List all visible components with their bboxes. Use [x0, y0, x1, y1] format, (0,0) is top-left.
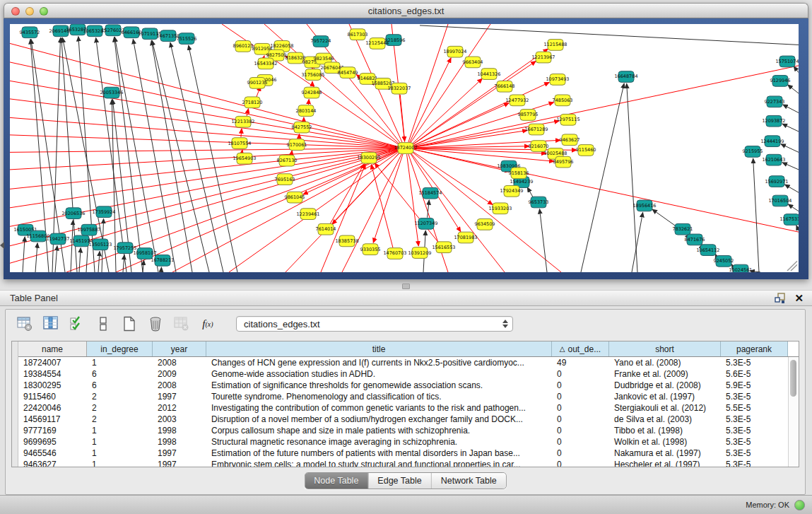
table-row[interactable]: 911546021997Tourette syndrome. Phenomeno…	[18, 391, 799, 402]
graph-edge[interactable]	[400, 95, 404, 141]
graph-node[interactable]: 7515526	[177, 33, 197, 45]
graph-node[interactable]: 16210643	[762, 154, 785, 165]
graph-edge[interactable]	[71, 220, 73, 272]
graph-node[interactable]: 12477932	[505, 95, 529, 106]
graph-edge[interactable]	[413, 103, 509, 146]
table-row[interactable]: 969969511998Structural magnetic resonanc…	[18, 436, 799, 448]
graph-edge[interactable]	[782, 163, 799, 170]
graph-node[interactable]: 9115460	[576, 145, 596, 156]
graph-node[interactable]: 8454749	[338, 67, 358, 78]
graph-node[interactable]: 9129946	[770, 76, 791, 87]
graph-node[interactable]: 8267130	[277, 155, 298, 166]
graph-edge[interactable]	[411, 24, 490, 143]
table-options-icon[interactable]	[16, 315, 34, 333]
vertical-scrollbar[interactable]	[788, 357, 799, 467]
graph-edge[interactable]	[407, 154, 419, 246]
table-row[interactable]: 1830029562008Estimation of significance …	[18, 380, 799, 391]
column-header-name[interactable]: name	[18, 341, 87, 356]
graph-edge[interactable]	[785, 185, 799, 192]
graph-node[interactable]: 9215955	[743, 146, 763, 158]
delete-column-icon[interactable]	[146, 315, 165, 333]
graph-node[interactable]: 7614014	[316, 223, 336, 235]
graph-node[interactable]: 9242848	[302, 87, 322, 98]
graph-node[interactable]: 7957224	[311, 36, 331, 47]
close-window-icon[interactable]	[11, 7, 20, 16]
graph-node[interactable]: 15616553	[432, 242, 455, 253]
graph-edge[interactable]	[371, 165, 393, 247]
graph-edge[interactable]	[10, 150, 397, 246]
graph-node[interactable]: 8427552	[292, 122, 312, 133]
graph-node[interactable]: 12213382	[231, 116, 254, 127]
network-graph[interactable]: 9435572206914061653287110653287152760216…	[10, 24, 799, 272]
graph-edge[interactable]	[123, 255, 124, 272]
graph-node[interactable]: 11675333	[779, 214, 799, 226]
table-row[interactable]: 2242004622012Investigating the contribut…	[18, 402, 799, 414]
graph-edge[interactable]	[309, 99, 310, 105]
graph-node[interactable]: 12093872	[762, 115, 785, 127]
table-row[interactable]: 977716911998Corpus callosum shape and si…	[18, 425, 799, 436]
graph-node[interactable]: 19654903	[233, 153, 256, 164]
graph-edge[interactable]	[753, 158, 759, 272]
graph-node[interactable]: 9634509	[475, 219, 495, 230]
graph-node[interactable]: 10975887	[77, 224, 100, 235]
graph-edge[interactable]	[35, 243, 37, 272]
graph-edge[interactable]	[652, 209, 676, 226]
delete-table-icon[interactable]	[172, 315, 191, 333]
graph-node[interactable]: 18997024	[443, 46, 466, 57]
graph-node[interactable]: 9158136	[509, 168, 529, 179]
column-header-short[interactable]: short	[609, 341, 721, 356]
graph-edge[interactable]	[788, 85, 799, 93]
graph-node[interactable]: 9463627	[560, 134, 580, 146]
graph-node[interactable]: 8495796	[553, 156, 574, 168]
graph-edge[interactable]	[170, 42, 223, 272]
new-column-icon[interactable]	[120, 315, 139, 333]
resize-grip-icon[interactable]	[787, 261, 797, 271]
graph-node[interactable]: 2803144	[296, 105, 317, 117]
graph-node[interactable]: 9435572	[20, 27, 40, 38]
window-titlebar[interactable]: citations_edges.txt	[4, 3, 808, 18]
graph-node[interactable]: 9653733	[529, 197, 549, 208]
graph-node[interactable]: 20206536	[61, 208, 85, 219]
graph-edge[interactable]	[98, 252, 100, 272]
float-panel-icon[interactable]	[775, 293, 786, 304]
tab-edge-table[interactable]: Edge Table	[368, 473, 431, 489]
minimize-window-icon[interactable]	[25, 7, 34, 16]
graph-edge[interactable]	[414, 66, 799, 147]
tab-node-table[interactable]: Node Table	[305, 473, 368, 489]
graph-node[interactable]: 2718120	[242, 97, 263, 108]
select-columns-icon[interactable]	[68, 315, 86, 333]
graph-edge[interactable]	[527, 187, 533, 197]
table-selector-dropdown[interactable]: citations_edges.txt	[236, 316, 513, 332]
graph-node[interactable]: 7666148	[495, 81, 515, 92]
graph-node[interactable]: 14760703	[383, 248, 406, 259]
graph-edge[interactable]	[10, 43, 397, 146]
column-visibility-icon[interactable]	[42, 315, 60, 333]
network-canvas[interactable]: 9435572206914061653287110653287152760216…	[10, 24, 799, 272]
graph-edge[interactable]	[242, 150, 242, 153]
graph-edge[interactable]	[781, 144, 799, 153]
graph-node[interactable]: 7695163	[275, 174, 295, 185]
graph-node[interactable]: 7832621	[673, 223, 693, 235]
graph-node[interactable]: 10973493	[546, 74, 569, 86]
table-row[interactable]: 1938455462009Genome-wide association stu…	[18, 368, 799, 380]
graph-node[interactable]: 31756085	[301, 69, 324, 81]
graph-edge[interactable]	[796, 226, 799, 230]
table-row[interactable]: 1456911722003Disruption of a novel membe…	[18, 414, 799, 425]
graph-edge[interactable]	[794, 66, 799, 73]
function-builder-icon[interactable]: f(x)	[199, 315, 217, 333]
graph-edge[interactable]	[66, 151, 398, 272]
graph-node[interactable]: 15692971	[765, 176, 788, 187]
graph-edge[interactable]	[409, 58, 451, 143]
graph-edge[interactable]	[114, 37, 158, 272]
graph-edge[interactable]	[189, 45, 237, 272]
graph-edge[interactable]	[10, 150, 397, 263]
graph-node[interactable]: 10391209	[408, 247, 431, 259]
graph-edge[interactable]	[782, 124, 799, 132]
zoom-window-icon[interactable]	[40, 7, 48, 16]
table-row[interactable]: 946362711997Embryonic stem cells: a mode…	[18, 459, 799, 467]
graph-node[interactable]: 11215488	[543, 40, 567, 51]
graph-node[interactable]: 8471676	[685, 234, 705, 245]
graph-edge[interactable]	[412, 152, 561, 272]
graph-edge[interactable]	[264, 56, 264, 57]
graph-edge[interactable]	[79, 248, 81, 272]
